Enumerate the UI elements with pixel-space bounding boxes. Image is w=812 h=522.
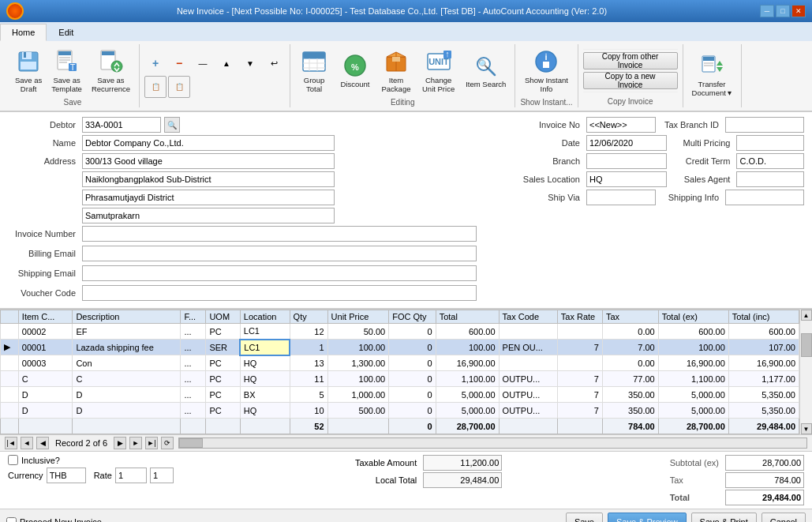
address-input-3[interactable] bbox=[82, 190, 335, 205]
cell-qty[interactable]: 13 bbox=[290, 355, 327, 371]
currency-input[interactable] bbox=[47, 468, 86, 483]
separator-line-button[interactable]: — bbox=[192, 52, 214, 74]
scroll-down-arrow[interactable]: ▼ bbox=[801, 423, 812, 434]
cell-foc-qty[interactable]: 0 bbox=[389, 340, 436, 355]
cancel-button[interactable]: Cancel bbox=[761, 513, 806, 522]
cell-description[interactable]: EF bbox=[73, 324, 181, 340]
invoice-no-select[interactable]: <<New>> bbox=[586, 117, 656, 133]
cell-location[interactable]: HQ bbox=[240, 355, 290, 371]
voucher-code-input[interactable] bbox=[82, 285, 477, 301]
cell-uom[interactable]: PC bbox=[206, 371, 240, 387]
cell-tax-rate[interactable] bbox=[557, 355, 602, 371]
table-row[interactable]: 00002EF...PCLC11250.000600.000.00600.006… bbox=[1, 324, 799, 340]
cell-total[interactable]: 600.00 bbox=[436, 324, 499, 340]
cell-uom[interactable]: PC bbox=[206, 324, 240, 340]
address-input-4[interactable] bbox=[82, 208, 335, 223]
cell-tax[interactable]: 350.00 bbox=[602, 403, 658, 419]
item-package-button[interactable]: ItemPackage bbox=[377, 46, 415, 96]
change-unit-price-button[interactable]: UNIT ↑ ChangeUnit Price bbox=[418, 46, 458, 96]
ship-via-select[interactable] bbox=[586, 190, 656, 205]
cell-foc-qty[interactable]: 0 bbox=[389, 371, 436, 387]
cell-uom[interactable]: SER bbox=[206, 340, 240, 355]
cell-item-code[interactable]: C bbox=[18, 371, 73, 387]
nav-prev-button[interactable]: ◄ bbox=[21, 437, 33, 449]
save-recurrence-button[interactable]: Save asRecurrence bbox=[88, 46, 134, 96]
cell-total-ex[interactable]: 5,000.00 bbox=[658, 403, 728, 419]
col-total-ex[interactable]: Total (ex) bbox=[658, 310, 728, 324]
cell-qty[interactable]: 12 bbox=[290, 324, 327, 340]
shipping-email-input[interactable] bbox=[82, 265, 477, 281]
cell-total-ex[interactable]: 16,900.00 bbox=[658, 355, 728, 371]
billing-email-input[interactable] bbox=[82, 246, 477, 261]
cell-description[interactable]: Lazada shipping fee bbox=[73, 340, 181, 355]
cell-foc-qty[interactable]: 0 bbox=[389, 403, 436, 419]
cell-location[interactable]: LC1 bbox=[240, 324, 290, 340]
cell-f[interactable]: ... bbox=[181, 371, 206, 387]
cell-f[interactable]: ... bbox=[181, 387, 206, 403]
cell-tax-rate[interactable]: 7 bbox=[557, 340, 602, 355]
minimize-button[interactable]: ─ bbox=[760, 5, 774, 17]
cell-unit-price[interactable]: 100.00 bbox=[327, 371, 389, 387]
cell-qty[interactable]: 5 bbox=[290, 387, 327, 403]
cell-description[interactable]: C bbox=[73, 371, 181, 387]
undo-button[interactable]: ↩ bbox=[263, 52, 285, 74]
col-location[interactable]: Location bbox=[240, 310, 290, 324]
shipping-info-input[interactable] bbox=[725, 190, 804, 205]
cell-total-inc[interactable]: 1,177.00 bbox=[728, 371, 799, 387]
col-tax-code[interactable]: Tax Code bbox=[499, 310, 557, 324]
multi-pricing-select[interactable] bbox=[736, 135, 804, 151]
cell-location[interactable]: HQ bbox=[240, 371, 290, 387]
cell-item-code[interactable]: 00002 bbox=[18, 324, 73, 340]
cell-tax[interactable]: 0.00 bbox=[602, 355, 658, 371]
cell-f[interactable]: ... bbox=[181, 355, 206, 371]
save-button[interactable]: Save bbox=[566, 513, 603, 522]
extra-btn2[interactable]: 📋 bbox=[168, 76, 190, 98]
debtor-select[interactable]: 33A-0001 bbox=[82, 117, 161, 133]
cell-location[interactable]: HQ bbox=[240, 403, 290, 419]
group-total-button[interactable]: GroupTotal bbox=[295, 46, 333, 96]
cell-tax-rate[interactable]: 7 bbox=[557, 371, 602, 387]
row-indicator[interactable] bbox=[1, 371, 19, 387]
nav-prev-small-button[interactable]: ◀ bbox=[36, 437, 49, 449]
cell-tax-code[interactable]: OUTPU... bbox=[499, 387, 557, 403]
sales-location-select[interactable]: HQ bbox=[586, 171, 667, 187]
cell-tax-rate[interactable]: 7 bbox=[557, 403, 602, 419]
cell-unit-price[interactable]: 100.00 bbox=[327, 340, 389, 355]
add-row-button[interactable]: + bbox=[144, 52, 167, 74]
vertical-scrollbar[interactable]: ▲ ▼ bbox=[799, 310, 812, 434]
cell-foc-qty[interactable]: 0 bbox=[389, 387, 436, 403]
save-print-button[interactable]: Save & Print bbox=[691, 513, 757, 522]
cell-unit-price[interactable]: 50.00 bbox=[327, 324, 389, 340]
cell-tax-code[interactable] bbox=[499, 324, 557, 340]
tab-edit[interactable]: Edit bbox=[47, 24, 85, 41]
cell-tax-code[interactable] bbox=[499, 355, 557, 371]
table-row[interactable]: CC...PCHQ11100.0001,100.00OUTPU...777.00… bbox=[1, 371, 799, 387]
row-indicator[interactable] bbox=[1, 324, 19, 340]
rate-select[interactable]: 1 bbox=[150, 468, 174, 483]
cell-description[interactable]: D bbox=[73, 403, 181, 419]
cell-unit-price[interactable]: 500.00 bbox=[327, 403, 389, 419]
cell-total[interactable]: 5,000.00 bbox=[436, 387, 499, 403]
cell-tax-code[interactable]: PEN OU... bbox=[499, 340, 557, 355]
cell-qty[interactable]: 11 bbox=[290, 371, 327, 387]
nav-first-button[interactable]: |◄ bbox=[5, 437, 17, 449]
show-instant-info-button[interactable]: i Show InstantInfo bbox=[521, 46, 572, 96]
col-foc-qty[interactable]: FOC Qty bbox=[389, 310, 436, 324]
row-indicator[interactable] bbox=[1, 387, 19, 403]
row-indicator[interactable] bbox=[1, 403, 19, 419]
cell-f[interactable]: ... bbox=[181, 340, 206, 355]
invoice-number-input[interactable] bbox=[82, 226, 477, 242]
cell-unit-price[interactable]: 1,000.00 bbox=[327, 387, 389, 403]
cell-total[interactable]: 1,100.00 bbox=[436, 371, 499, 387]
rate-input[interactable] bbox=[115, 468, 147, 483]
move-down-button[interactable]: ▼ bbox=[239, 52, 261, 74]
col-tax-rate[interactable]: Tax Rate bbox=[557, 310, 602, 324]
debtor-search-button[interactable]: 🔍 bbox=[164, 117, 180, 133]
h-scrollbar-thumb[interactable] bbox=[179, 438, 203, 448]
cell-total-inc[interactable]: 600.00 bbox=[728, 324, 799, 340]
maximize-button[interactable]: □ bbox=[776, 5, 790, 17]
cell-uom[interactable]: PC bbox=[206, 403, 240, 419]
col-f[interactable]: F... bbox=[181, 310, 206, 324]
proceed-checkbox[interactable] bbox=[6, 517, 17, 523]
inclusive-checkbox[interactable] bbox=[8, 455, 18, 465]
